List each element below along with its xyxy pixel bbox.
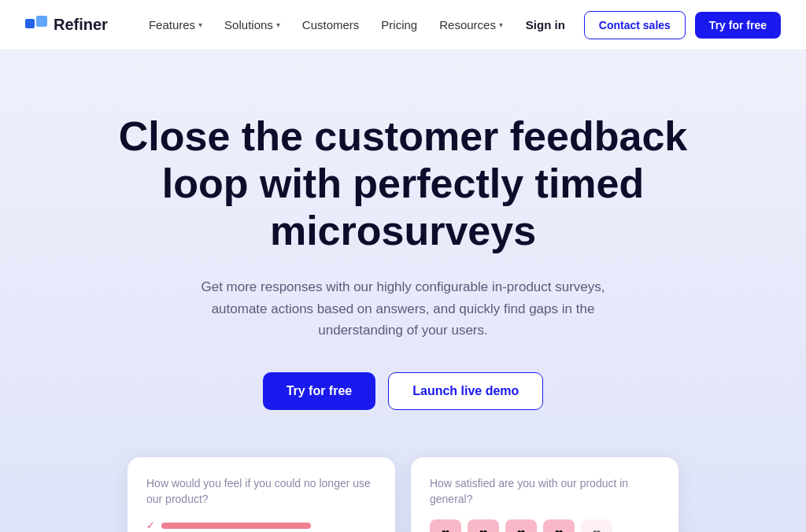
- heart-rating-row: ♥ ♥ ♥ ♥ ♥: [430, 519, 660, 532]
- nav-customers[interactable]: Customers: [293, 12, 369, 38]
- logo-icon: [25, 16, 47, 35]
- sign-in-button[interactable]: Sign in: [516, 12, 575, 38]
- heart-btn-2[interactable]: ♥: [468, 519, 499, 532]
- svg-rect-1: [36, 16, 47, 27]
- try-free-nav-button[interactable]: Try for free: [695, 12, 781, 39]
- hero-title: Close the customer feedback loop with pe…: [80, 113, 726, 254]
- contact-sales-button[interactable]: Contact sales: [584, 11, 686, 39]
- brand-name: Refiner: [54, 16, 108, 34]
- solutions-chevron-icon: ▾: [276, 20, 280, 29]
- bar-fill-1: [161, 523, 311, 529]
- nav-links: Features ▾ Solutions ▾ Customers Pricing…: [139, 12, 516, 38]
- nav-features[interactable]: Features ▾: [139, 12, 212, 38]
- nav-solutions[interactable]: Solutions ▾: [215, 12, 290, 38]
- heart-btn-3[interactable]: ♥: [505, 519, 537, 532]
- heart-btn-1[interactable]: ♥: [430, 519, 461, 532]
- hero-section: Close the customer feedback loop with pe…: [0, 50, 806, 532]
- card-pmf-question: How would you feel if you could no longe…: [146, 476, 376, 507]
- survey-cards: How would you feel if you could no longe…: [104, 457, 702, 532]
- hero-try-free-button[interactable]: Try for free: [263, 372, 376, 410]
- hero-buttons: Try for free Launch live demo: [263, 372, 544, 410]
- check-icon-1: ✓: [146, 519, 155, 531]
- hero-launch-demo-button[interactable]: Launch live demo: [388, 372, 543, 410]
- hero-subtitle: Get more responses with our highly confi…: [183, 276, 623, 341]
- bar-row-1: ✓: [146, 519, 376, 531]
- nav-pricing[interactable]: Pricing: [372, 12, 427, 38]
- heart-btn-4[interactable]: ♥: [543, 519, 575, 532]
- survey-card-hearts: How satisfied are you with our product i…: [411, 457, 678, 532]
- card-pmf-bars: ✓: [146, 519, 376, 532]
- navbar: Refiner Features ▾ Solutions ▾ Customers…: [0, 0, 806, 50]
- nav-right: Sign in Contact sales Try for free: [516, 11, 781, 39]
- nav-resources[interactable]: Resources ▾: [430, 12, 512, 38]
- svg-rect-0: [25, 19, 35, 28]
- resources-chevron-icon: ▾: [499, 20, 503, 29]
- heart-btn-5[interactable]: ♥: [581, 519, 612, 532]
- card-hearts-question: How satisfied are you with our product i…: [430, 476, 660, 507]
- features-chevron-icon: ▾: [198, 20, 202, 29]
- survey-card-pmf: How would you feel if you could no longe…: [128, 457, 395, 532]
- logo[interactable]: Refiner: [25, 16, 108, 35]
